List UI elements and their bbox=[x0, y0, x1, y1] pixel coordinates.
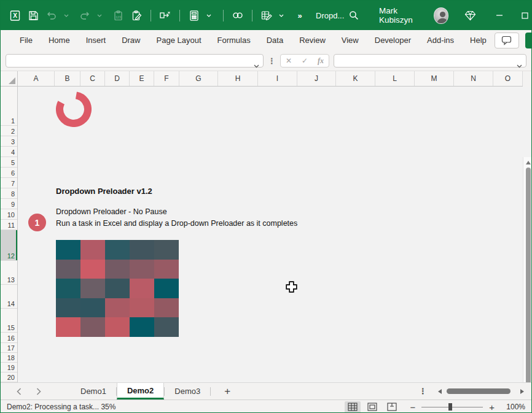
row-header-4[interactable]: 4 bbox=[1, 147, 17, 157]
menu-tab-home[interactable]: Home bbox=[41, 30, 78, 51]
redo-icon[interactable] bbox=[79, 9, 91, 22]
calculator-dropdown-icon[interactable] bbox=[203, 9, 215, 22]
more-commands-icon[interactable]: » bbox=[294, 9, 306, 22]
vertical-scroll-thumb[interactable] bbox=[526, 168, 531, 413]
tab-options-kebab-icon[interactable]: ⋮ bbox=[419, 387, 427, 396]
row-header-13[interactable]: 13 bbox=[1, 261, 17, 285]
menu-tab-view[interactable]: View bbox=[334, 30, 367, 51]
normal-view-icon[interactable] bbox=[345, 401, 361, 413]
row-header-9[interactable]: 9 bbox=[1, 199, 17, 209]
row-header-19[interactable]: 19 bbox=[1, 363, 17, 372]
column-header-M[interactable]: M bbox=[415, 71, 454, 86]
column-header-B[interactable]: B bbox=[55, 71, 80, 86]
redo-dropdown-icon[interactable] bbox=[93, 9, 106, 22]
name-box[interactable] bbox=[6, 54, 264, 68]
page-layout-view-icon[interactable] bbox=[364, 401, 380, 413]
sheet-edit-dropdown-icon[interactable] bbox=[275, 9, 288, 22]
row-header-6[interactable]: 6 bbox=[1, 168, 17, 178]
horizontal-scrollbar[interactable] bbox=[447, 388, 515, 394]
horizontal-scroll-thumb[interactable] bbox=[447, 388, 510, 394]
undo-icon[interactable] bbox=[45, 9, 58, 22]
row-header-2[interactable]: 2 bbox=[1, 126, 17, 136]
premium-diamond-icon[interactable] bbox=[453, 10, 487, 21]
scroll-left-icon[interactable] bbox=[438, 389, 442, 394]
user-avatar[interactable] bbox=[434, 7, 449, 24]
row-header-16[interactable]: 16 bbox=[1, 333, 17, 343]
share-button[interactable] bbox=[525, 33, 532, 48]
row-header-12[interactable]: 12 bbox=[1, 230, 17, 261]
column-header-C[interactable]: C bbox=[80, 71, 105, 86]
calculator-icon[interactable] bbox=[188, 9, 200, 22]
row-header-17[interactable]: 17 bbox=[1, 343, 17, 353]
column-header-K[interactable]: K bbox=[336, 71, 375, 86]
minimize-button[interactable] bbox=[487, 1, 513, 30]
comments-button[interactable] bbox=[495, 33, 519, 48]
menu-tab-formulas[interactable]: Formulas bbox=[209, 30, 259, 51]
excel-logo-icon[interactable]: X bbox=[9, 9, 21, 22]
expand-formula-bar-icon[interactable] bbox=[517, 60, 522, 72]
maximize-button[interactable] bbox=[512, 1, 532, 30]
column-header-N[interactable]: N bbox=[454, 71, 493, 86]
name-box-dropdown-icon[interactable] bbox=[254, 60, 259, 72]
scroll-up-icon[interactable] bbox=[526, 161, 531, 164]
column-header-L[interactable]: L bbox=[375, 71, 415, 86]
column-header-F[interactable]: F bbox=[154, 71, 179, 86]
row-header-20[interactable]: 20 bbox=[1, 372, 17, 382]
page-break-preview-icon[interactable] bbox=[384, 401, 400, 413]
row-header-15[interactable]: 15 bbox=[1, 309, 17, 333]
column-header-J[interactable]: J bbox=[297, 71, 336, 86]
menu-tab-data[interactable]: Data bbox=[259, 30, 291, 51]
search-icon[interactable] bbox=[344, 10, 363, 21]
zoom-in-button[interactable]: + bbox=[489, 402, 495, 412]
menu-tab-developer[interactable]: Developer bbox=[367, 30, 419, 51]
sheet-tab-demo1[interactable]: Demo1 bbox=[71, 383, 116, 399]
select-all-corner[interactable] bbox=[1, 71, 18, 86]
menu-tab-add-ins[interactable]: Add-ins bbox=[419, 30, 462, 51]
column-header-I[interactable]: I bbox=[258, 71, 297, 86]
sheet-tab-demo3[interactable]: Demo3 bbox=[165, 383, 210, 399]
column-header-G[interactable]: G bbox=[179, 71, 218, 86]
menu-tab-draw[interactable]: Draw bbox=[114, 30, 148, 51]
formula-bar-handle-icon[interactable]: ⋮ bbox=[268, 56, 276, 66]
column-header-O[interactable]: O bbox=[493, 71, 523, 86]
clipboard-edit-icon[interactable] bbox=[130, 9, 143, 22]
menu-tab-help[interactable]: Help bbox=[462, 30, 495, 51]
menu-tab-file[interactable]: File bbox=[12, 30, 41, 51]
previous-sheet-icon[interactable] bbox=[14, 385, 24, 398]
undo-dropdown-icon[interactable] bbox=[60, 9, 72, 22]
zoom-level[interactable]: 100% bbox=[502, 403, 525, 411]
delete-cell-icon[interactable] bbox=[159, 9, 171, 22]
confirm-entry-icon[interactable]: ✓ bbox=[297, 56, 313, 65]
column-header-E[interactable]: E bbox=[130, 71, 154, 86]
column-header-D[interactable]: D bbox=[105, 71, 130, 86]
row-header-10[interactable]: 10 bbox=[1, 209, 17, 220]
paste-values-123-icon[interactable]: 123 bbox=[112, 9, 124, 22]
sheet-edit-icon[interactable] bbox=[260, 9, 273, 22]
sheet-tab-demo2[interactable]: Demo2 bbox=[117, 383, 164, 399]
row-header-11[interactable]: 11 bbox=[1, 220, 17, 230]
row-header-18[interactable]: 18 bbox=[1, 353, 17, 363]
row-header-8[interactable]: 8 bbox=[1, 188, 17, 199]
user-name[interactable]: Mark Kubiszyn bbox=[379, 6, 428, 25]
zoom-slider-thumb[interactable] bbox=[448, 403, 452, 411]
row-header-14[interactable]: 14 bbox=[1, 285, 17, 309]
row-header-1[interactable]: 1 bbox=[1, 87, 17, 126]
cells-area[interactable]: Dropdown Preloader v1.2 1 Dropdown Prelo… bbox=[18, 87, 523, 382]
vertical-scrollbar[interactable] bbox=[523, 157, 532, 413]
add-sheet-button[interactable]: + bbox=[211, 385, 244, 398]
insert-function-icon[interactable]: fx bbox=[313, 56, 329, 66]
row-header-5[interactable]: 5 bbox=[1, 157, 17, 168]
menu-tab-review[interactable]: Review bbox=[291, 30, 334, 51]
next-sheet-icon[interactable] bbox=[34, 385, 44, 398]
link-icon[interactable] bbox=[232, 9, 244, 22]
row-header-7[interactable]: 7 bbox=[1, 178, 17, 188]
save-icon[interactable] bbox=[27, 9, 39, 22]
cancel-entry-icon[interactable]: ✕ bbox=[281, 56, 297, 65]
heatmap-image[interactable] bbox=[56, 240, 179, 337]
menu-tab-insert[interactable]: Insert bbox=[78, 30, 114, 51]
scroll-right-icon[interactable] bbox=[520, 389, 524, 394]
column-header-H[interactable]: H bbox=[218, 71, 258, 86]
menu-tab-page-layout[interactable]: Page Layout bbox=[149, 30, 209, 51]
column-header-A[interactable]: A bbox=[18, 71, 55, 86]
formula-input[interactable] bbox=[334, 54, 526, 68]
